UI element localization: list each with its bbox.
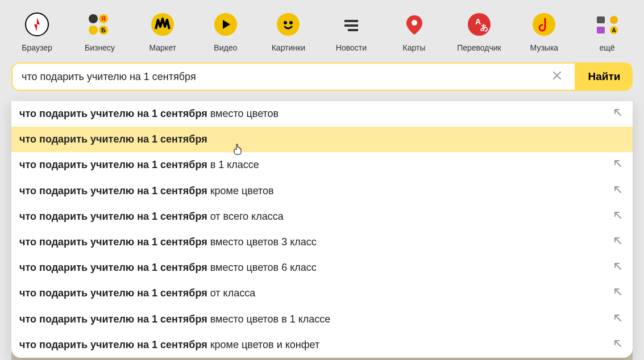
clear-icon[interactable] xyxy=(549,70,566,83)
insert-arrow-icon[interactable] xyxy=(613,184,622,198)
nav-label: Видео xyxy=(214,43,237,52)
insert-arrow-icon[interactable] xyxy=(613,158,622,172)
nav-news[interactable]: Новости xyxy=(331,10,371,52)
svg-text:あ: あ xyxy=(480,23,488,32)
suggestion-text: что подарить учителю на 1 сентября вмест… xyxy=(19,235,602,249)
search-button[interactable]: Найти xyxy=(576,62,633,91)
svg-point-7 xyxy=(151,13,174,36)
suggestion-text: что подарить учителю на 1 сентября кроме… xyxy=(19,338,602,352)
music-icon xyxy=(530,10,558,39)
svg-rect-22 xyxy=(597,27,605,34)
nav-label: Бизнесу xyxy=(85,43,115,52)
nav-browser[interactable]: Браузер xyxy=(17,10,57,52)
svg-text:Я: Я xyxy=(101,15,106,22)
nav-video[interactable]: Видео xyxy=(206,10,246,52)
nav-label: Новости xyxy=(336,43,367,52)
search-input[interactable] xyxy=(22,71,549,83)
insert-arrow-icon[interactable] xyxy=(613,107,622,121)
svg-rect-13 xyxy=(344,24,358,27)
svg-point-1 xyxy=(89,14,98,23)
insert-arrow-icon[interactable] xyxy=(613,338,622,352)
suggestion-text: что подарить учителю на 1 сентября в 1 к… xyxy=(19,158,602,172)
browser-icon xyxy=(23,10,51,39)
svg-text:A: A xyxy=(612,27,616,34)
more-icon: A xyxy=(593,10,621,39)
suggestions-dropdown: что подарить учителю на 1 сентября вмест… xyxy=(11,101,633,358)
insert-arrow-icon[interactable] xyxy=(613,312,622,326)
insert-arrow-icon[interactable] xyxy=(613,210,622,224)
suggestion-item[interactable]: что подарить учителю на 1 сентября вмест… xyxy=(11,255,633,281)
search-bar: Найти xyxy=(11,62,633,91)
svg-point-10 xyxy=(284,21,287,24)
svg-point-11 xyxy=(289,21,293,24)
nav-label: Переводчик xyxy=(457,43,501,52)
suggestion-text: что подарить учителю на 1 сентября от кл… xyxy=(19,286,602,300)
nav-market[interactable]: Маркет xyxy=(143,10,182,52)
nav-label: Картинки xyxy=(272,43,305,52)
suggestion-text: что подарить учителю на 1 сентября от вс… xyxy=(19,210,602,224)
suggestion-text: что подарить учителю на 1 сентября вмест… xyxy=(19,312,602,326)
nav-images[interactable]: Картинки xyxy=(268,10,308,52)
suggestion-item[interactable]: что подарить учителю на 1 сентября в 1 к… xyxy=(11,152,633,178)
business-icon: Я Б xyxy=(86,10,114,39)
nav-translate[interactable]: Aあ Переводчик xyxy=(457,10,501,52)
suggestion-item[interactable]: что подарить учителю на 1 сентября xyxy=(11,127,633,152)
nav-label: Маркет xyxy=(149,43,176,52)
news-icon xyxy=(337,10,365,39)
suggestion-item[interactable]: что подарить учителю на 1 сентября от вс… xyxy=(11,204,633,229)
suggestion-item[interactable]: что подарить учителю на 1 сентября вмест… xyxy=(11,307,633,332)
suggestion-item[interactable]: что подарить учителю на 1 сентября от кл… xyxy=(11,281,633,306)
video-icon xyxy=(211,10,240,39)
nav-label: Музыка xyxy=(530,43,559,52)
suggestion-text: что подарить учителю на 1 сентября вмест… xyxy=(19,261,602,275)
nav-label: ещё xyxy=(599,43,614,52)
top-nav: Браузер Я Б Бизнесу Маркет Видео Картинк… xyxy=(0,0,644,52)
nav-maps[interactable]: Карты xyxy=(394,10,434,52)
suggestion-text: что подарить учителю на 1 сентября кроме… xyxy=(19,184,602,198)
suggestion-item[interactable]: что подарить учителю на 1 сентября вмест… xyxy=(11,229,633,255)
suggestion-text: что подарить учителю на 1 сентября xyxy=(19,132,622,146)
svg-rect-12 xyxy=(344,20,358,22)
suggestion-text: что подарить учителю на 1 сентября вмест… xyxy=(19,107,602,121)
insert-arrow-icon[interactable] xyxy=(613,286,622,300)
nav-label: Карты xyxy=(403,43,426,52)
svg-point-4 xyxy=(89,26,98,35)
svg-point-15 xyxy=(412,20,417,26)
svg-point-19 xyxy=(533,13,555,36)
search-input-container xyxy=(11,62,576,91)
insert-arrow-icon[interactable] xyxy=(613,235,622,249)
translate-icon: Aあ xyxy=(465,10,493,39)
market-icon xyxy=(148,10,177,39)
nav-business[interactable]: Я Б Бизнесу xyxy=(80,10,120,52)
svg-rect-20 xyxy=(597,16,605,23)
nav-more[interactable]: A ещё xyxy=(587,10,627,52)
suggestion-item[interactable]: что подарить учителю на 1 сентября вмест… xyxy=(11,101,633,127)
nav-music[interactable]: Музыка xyxy=(524,10,564,52)
svg-rect-14 xyxy=(348,29,358,31)
images-icon xyxy=(274,10,302,39)
svg-point-9 xyxy=(277,13,300,36)
svg-text:Б: Б xyxy=(101,27,106,34)
nav-label: Браузер xyxy=(22,43,52,52)
suggestion-item[interactable]: что подарить учителю на 1 сентября кроме… xyxy=(11,178,633,204)
suggestion-item[interactable]: что подарить учителю на 1 сентября кроме… xyxy=(11,332,633,358)
maps-icon xyxy=(400,10,429,39)
insert-arrow-icon[interactable] xyxy=(613,261,622,275)
svg-point-21 xyxy=(610,16,618,24)
